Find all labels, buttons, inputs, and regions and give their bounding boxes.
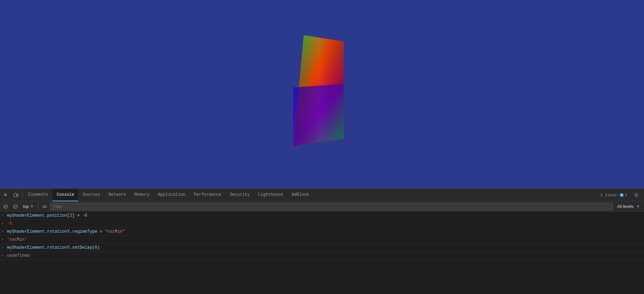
console-line-2: ‹ -6 — [0, 220, 644, 228]
tab-right-actions: 1 Issue: 1 — [598, 190, 641, 200]
tab-lighthouse[interactable]: Lighthouse — [254, 189, 287, 201]
device-toggle-icon[interactable] — [11, 190, 21, 200]
console-output-1: -6 — [7, 220, 641, 227]
svg-line-7 — [5, 205, 7, 208]
input-arrow-2: › — [1, 229, 7, 233]
svg-point-11 — [44, 206, 45, 207]
console-code-3: myShaderElement.rotationY.setDelay(0) — [7, 245, 641, 251]
output-arrow-1: ‹ — [1, 220, 7, 225]
console-line-1: › myShaderElement.position[2] = -6 — [0, 212, 644, 220]
console-output[interactable]: › myShaderElement.position[2] = -6 ‹ -6 … — [0, 212, 644, 294]
webgl-canvas — [0, 0, 644, 188]
console-code-2: myShaderElement.rotationY.regimeType = "… — [7, 229, 641, 235]
issues-label: 1 Issue: — [600, 193, 619, 197]
issues-count: 1 — [625, 193, 627, 197]
console-code-1: myShaderElement.position[2] = -6 — [7, 212, 641, 219]
svg-rect-4 — [17, 194, 18, 196]
svg-line-9 — [14, 205, 17, 208]
tab-sources[interactable]: Sources — [78, 189, 104, 201]
eye-icon[interactable] — [40, 202, 49, 211]
settings-icon[interactable] — [631, 190, 641, 200]
levels-label: All levels — [617, 204, 634, 209]
issues-badge[interactable]: 1 Issue: 1 — [598, 192, 630, 198]
tab-application[interactable]: Application — [154, 189, 189, 201]
tab-divider-1 — [22, 192, 23, 199]
devtools-panel: Elements Console Sources Network Memory … — [0, 188, 644, 294]
svg-marker-2 — [293, 35, 344, 146]
context-label: top — [23, 204, 29, 209]
console-output-2: 'oscMin' — [7, 237, 641, 243]
filter-input[interactable] — [50, 203, 613, 210]
console-output-3: undefined — [7, 253, 641, 259]
levels-selector[interactable]: All levels ▼ — [614, 203, 643, 210]
levels-dropdown-arrow: ▼ — [636, 204, 640, 208]
tab-network[interactable]: Network — [104, 189, 130, 201]
svg-rect-3 — [14, 193, 17, 197]
console-line-3: › myShaderElement.rotationY.regimeType =… — [0, 228, 644, 236]
issues-dot — [620, 193, 623, 197]
tab-console[interactable]: Console — [53, 189, 78, 201]
context-selector[interactable]: top ▼ — [21, 203, 36, 210]
tab-elements[interactable]: Elements — [24, 189, 53, 201]
svg-point-5 — [636, 194, 637, 196]
devtools-tabs-bar: Elements Console Sources Network Memory … — [0, 189, 644, 201]
toolbar-sep-1 — [38, 203, 38, 210]
webgl-shape — [293, 35, 351, 154]
console-line-6: ‹ undefined — [0, 252, 644, 260]
tab-adblock[interactable]: AdBlock — [287, 189, 313, 201]
console-line-4: ‹ 'oscMin' — [0, 236, 644, 244]
tab-memory[interactable]: Memory — [130, 189, 154, 201]
tab-performance[interactable]: Performance — [189, 189, 225, 201]
inspect-element-icon[interactable] — [1, 190, 11, 200]
output-arrow-2: ‹ — [1, 237, 7, 241]
browser-viewport — [0, 0, 644, 188]
input-arrow-3: › — [1, 245, 7, 249]
console-toolbar: top ▼ All levels ▼ — [0, 201, 644, 212]
block-icon[interactable] — [11, 202, 20, 211]
tab-security[interactable]: Security — [226, 189, 254, 201]
context-dropdown-arrow: ▼ — [30, 204, 34, 208]
input-arrow-1: › — [1, 212, 7, 217]
console-line-5: › myShaderElement.rotationY.setDelay(0) — [0, 244, 644, 252]
clear-console-icon[interactable] — [1, 202, 10, 211]
output-arrow-3: ‹ — [1, 253, 7, 257]
